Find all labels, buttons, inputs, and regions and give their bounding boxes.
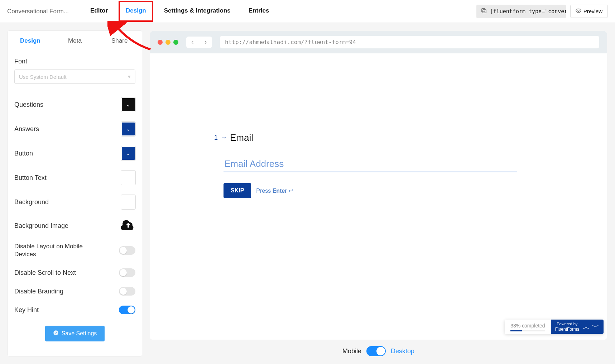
device-toggle-switch[interactable] <box>366 346 386 356</box>
check-circle-icon <box>53 330 59 337</box>
background-image-label: Background Image <box>14 222 68 230</box>
eye-icon <box>576 8 581 15</box>
shortcode-text: [fluentform type="convers <box>490 8 566 15</box>
key-hint-label: Key Hint <box>14 306 39 314</box>
disable-scroll-label: Disable Scroll to Next <box>14 269 76 277</box>
font-select-value: Use System Default <box>19 74 67 80</box>
chevron-down-icon: ⌄ <box>126 150 130 156</box>
nav-arrows: ‹ › <box>186 37 212 48</box>
button-text-label: Button Text <box>14 174 47 182</box>
preview-label: Preview <box>583 8 602 14</box>
chevron-down-icon: ⌄ <box>126 126 130 132</box>
preview-button[interactable]: Preview <box>570 5 608 18</box>
disable-branding-label: Disable Branding <box>14 288 63 295</box>
tab-editor[interactable]: Editor <box>83 1 115 22</box>
button-color-swatch[interactable]: ⌄ <box>121 146 135 161</box>
question-number: 1 <box>214 134 218 142</box>
progress-right: Powered by FluentForms ︿ ﹀ <box>551 320 604 334</box>
disable-layout-label: Disable Layout on Mobile Devices <box>14 243 104 258</box>
setting-button-text: Button Text <box>14 166 135 190</box>
chevron-down-icon: ▾ <box>128 73 131 80</box>
preview-body: 1 → Email SKIP Press Enter ↵ 33% complet… <box>150 53 607 340</box>
svg-rect-1 <box>482 9 485 12</box>
sidebar-tab-design[interactable]: Design <box>8 31 53 51</box>
button-label: Button <box>14 150 33 157</box>
progress-text: 33% completed <box>510 323 545 329</box>
maximize-dot-icon <box>173 40 178 45</box>
topbar-right: [fluentform type="convers Preview <box>476 5 608 18</box>
device-toggle: Mobile Desktop <box>150 340 607 356</box>
setting-background: Background <box>14 190 135 214</box>
copy-icon <box>481 8 487 15</box>
questions-color-swatch[interactable]: ⌄ <box>121 97 135 112</box>
font-select[interactable]: Use System Default ▾ <box>14 70 135 84</box>
form-title: Conversational Form... <box>7 8 69 15</box>
question-label: 1 → Email <box>214 132 508 143</box>
browser-chrome: ‹ › http://ahmedalhadi.com/?fluent-form=… <box>150 31 607 53</box>
tab-settings-integrations[interactable]: Settings & Integrations <box>157 1 238 22</box>
setting-disable-scroll: Disable Scroll to Next <box>14 263 135 282</box>
primary-tabs: Editor Design Settings & Integrations En… <box>83 1 277 22</box>
disable-scroll-toggle[interactable] <box>119 268 135 277</box>
sidebar-tab-meta[interactable]: Meta <box>53 31 97 51</box>
nav-forward-button[interactable]: › <box>199 37 212 48</box>
progress-widget: 33% completed Powered by FluentForms ︿ ﹀ <box>505 320 604 334</box>
progress-left: 33% completed <box>505 320 551 334</box>
arrow-right-icon: → <box>221 134 227 142</box>
setting-button: Button ⌄ <box>14 141 135 166</box>
progress-bar <box>510 330 545 331</box>
sidebar-tab-share[interactable]: Share <box>97 31 142 51</box>
close-dot-icon <box>158 40 163 45</box>
setting-answers: Answers ⌄ <box>14 117 135 141</box>
top-bar: Conversational Form... Editor Design Set… <box>0 0 615 23</box>
sidebar-body: Font Use System Default ▾ Questions ⌄ An… <box>8 51 142 356</box>
setting-questions: Questions ⌄ <box>14 92 135 117</box>
design-sidebar: Design Meta Share Font Use System Defaul… <box>8 31 142 356</box>
save-label: Save Settings <box>62 330 97 337</box>
powered-by[interactable]: Powered by FluentForms <box>555 322 579 332</box>
device-mobile-label: Mobile <box>342 348 361 355</box>
svg-rect-0 <box>483 10 486 13</box>
tab-entries[interactable]: Entries <box>241 1 277 22</box>
chevron-down-icon: ⌄ <box>126 102 130 107</box>
setting-disable-branding: Disable Branding <box>14 282 135 301</box>
sidebar-tabs: Design Meta Share <box>8 31 142 51</box>
nav-back-button[interactable]: ‹ <box>186 37 199 48</box>
email-input[interactable] <box>224 156 517 172</box>
background-color-swatch[interactable] <box>121 195 135 209</box>
device-desktop-label: Desktop <box>391 348 414 355</box>
form-stage: 1 → Email SKIP Press Enter ↵ <box>214 132 508 198</box>
svg-point-2 <box>578 10 579 11</box>
setting-disable-layout: Disable Layout on Mobile Devices <box>14 238 135 263</box>
question-text: Email <box>230 132 253 143</box>
press-enter-hint: Press Enter ↵ <box>256 187 293 194</box>
disable-branding-toggle[interactable] <box>119 287 135 296</box>
skip-row: SKIP Press Enter ↵ <box>224 183 508 198</box>
background-label: Background <box>14 198 49 206</box>
chevron-up-icon[interactable]: ︿ <box>583 322 590 332</box>
button-text-color-swatch[interactable] <box>121 171 135 185</box>
chevron-down-icon[interactable]: ﹀ <box>592 322 599 332</box>
cloud-upload-icon[interactable] <box>121 219 135 233</box>
shortcode-box[interactable]: [fluentform type="convers <box>476 5 566 18</box>
minimize-dot-icon <box>165 40 170 45</box>
progress-nav: ︿ ﹀ <box>583 322 599 332</box>
skip-button[interactable]: SKIP <box>224 183 251 198</box>
progress-bar-fill <box>510 330 522 331</box>
save-settings-button[interactable]: Save Settings <box>45 326 105 341</box>
key-hint-toggle[interactable] <box>119 306 135 314</box>
traffic-lights <box>158 40 178 45</box>
font-label: Font <box>14 58 135 65</box>
questions-label: Questions <box>14 101 43 109</box>
main-area: Design Meta Share Font Use System Defaul… <box>0 23 615 364</box>
answers-color-swatch[interactable]: ⌄ <box>121 122 135 136</box>
tab-design[interactable]: Design <box>119 1 153 22</box>
preview-panel: ‹ › http://ahmedalhadi.com/?fluent-form=… <box>150 31 607 356</box>
answers-label: Answers <box>14 125 39 133</box>
setting-background-image: Background Image <box>14 214 135 238</box>
disable-layout-toggle[interactable] <box>119 246 135 255</box>
setting-key-hint: Key Hint <box>14 301 135 319</box>
address-bar[interactable]: http://ahmedalhadi.com/?fluent-form=94 <box>220 36 599 48</box>
